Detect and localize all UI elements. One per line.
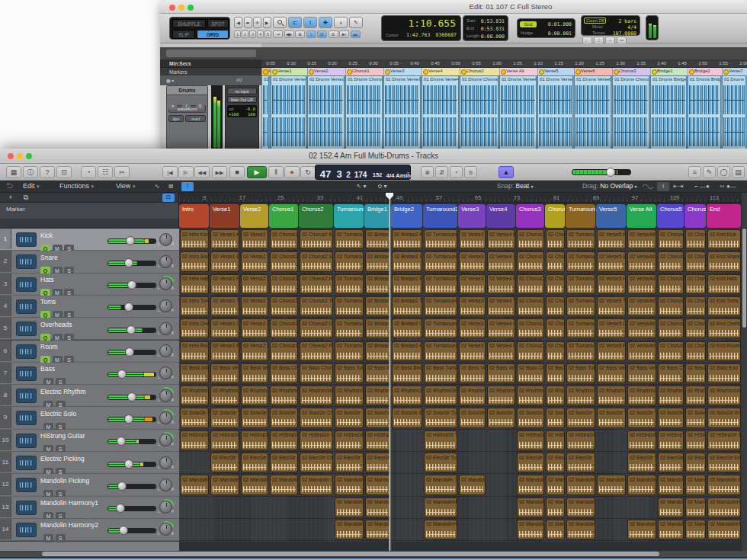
- smart-controls-button[interactable]: ◔: [81, 166, 96, 178]
- pt-marker-verse1[interactable]: Verse1: [271, 68, 307, 75]
- region[interactable]: 02 Chorus6 Kick: [685, 229, 706, 249]
- region[interactable]: 02 SoloGtr Intro: [180, 408, 209, 427]
- region[interactable]: 02 SoloGtr Chorus5: [658, 408, 684, 427]
- region[interactable]: 02 RhythmGtr Bridge1: [365, 386, 390, 405]
- punch-button[interactable]: ⇵: [435, 166, 448, 178]
- track-lane-electric-picking[interactable]: 02 ElecGtr Verse102 ElecGtr Verse202 Ele…: [179, 452, 742, 474]
- region[interactable]: 02 Chorus5 Kick: [658, 229, 684, 249]
- volume-thumb[interactable]: [117, 437, 126, 446]
- region[interactable]: 02 Turnaround2 Snare: [424, 251, 457, 271]
- arrangement-marker-chorus6[interactable]: Chorus6: [684, 204, 706, 228]
- main-counter-value[interactable]: 1:10.655: [408, 18, 456, 29]
- region[interactable]: 02 SoloGtr Bridge2: [392, 408, 422, 427]
- region[interactable]: 02 MandolinH1 Chorus6: [685, 498, 706, 517]
- count-in-button[interactable]: ▲: [499, 166, 514, 178]
- arrangement-marker-verse3[interactable]: Verse3: [458, 204, 486, 228]
- region[interactable]: 02 RhythmGtr Chorus1: [270, 386, 298, 405]
- region[interactable]: 02 Mandolin Chorus6: [685, 475, 706, 494]
- vertical-scrollbar-thumb[interactable]: [742, 229, 746, 328]
- region[interactable]: 02 Chorus4 Kick: [546, 229, 565, 249]
- region[interactable]: 02 End Toms: [707, 296, 741, 316]
- catch-playhead-icon[interactable]: ⊺: [181, 182, 194, 191]
- nav-3-button[interactable]: ▶: [263, 17, 271, 28]
- pan-knob[interactable]: LR: [159, 255, 172, 268]
- track-header-mandolin-harmony1[interactable]: 13Mandolin Harmony1MSLR: [0, 497, 179, 519]
- region[interactable]: 02 HiStrgGtr Verse2: [241, 430, 268, 450]
- master-volume-thumb[interactable]: [606, 168, 615, 177]
- region[interactable]: 02 ElecGtr Chorus1: [270, 453, 298, 472]
- region[interactable]: 02 Verse4 Hats: [487, 274, 515, 294]
- region[interactable]: 02 Bridge2 Toms: [392, 296, 422, 316]
- volume-slider[interactable]: [107, 238, 156, 244]
- region[interactable]: 02 Verse4 Overheads: [487, 318, 515, 338]
- region[interactable]: 02 Verse3 Overheads: [459, 318, 486, 338]
- region[interactable]: 02 Turnaround Kick: [335, 229, 364, 249]
- tracks-area[interactable]: 02 Intro Kick02 Verse1 Kick02 Verse2 Kic…: [179, 229, 742, 542]
- region[interactable]: 02 MandolinH2 Turnaround2: [424, 520, 457, 539]
- automation-icon[interactable]: ∿: [151, 182, 163, 191]
- stop-button[interactable]: ■: [229, 166, 245, 178]
- region[interactable]: 02 ElecGtr Turnaround: [335, 453, 364, 472]
- editors-button[interactable]: ✂: [114, 166, 130, 178]
- close-button[interactable]: [169, 5, 175, 11]
- nav-1-button[interactable]: ⬌: [244, 17, 252, 28]
- nav-0-button[interactable]: ◀: [234, 17, 242, 28]
- play-button[interactable]: ▶: [247, 166, 267, 178]
- vertical-scrollbar[interactable]: [742, 193, 747, 551]
- region[interactable]: 02 Turnaround Toms: [335, 296, 364, 316]
- region[interactable]: 02 Bridge2 Snare: [392, 251, 422, 271]
- region[interactable]: 02 VerseAlt Snare: [627, 251, 656, 271]
- pan-knob[interactable]: LR: [159, 366, 172, 379]
- region[interactable]: 02 ElecGtr Chorus3: [517, 453, 544, 472]
- region[interactable]: 02 RhythmGtr End: [707, 386, 741, 405]
- region[interactable]: 02 SoloGtr Verse1: [210, 408, 239, 427]
- pt-marker-chorus1[interactable]: Chorus1: [345, 68, 383, 75]
- region[interactable]: 02 Turnaround Overheads: [566, 318, 595, 338]
- region[interactable]: 02 Turnaround2 Room: [424, 341, 457, 361]
- region[interactable]: 02 Verse2 Snare: [241, 251, 268, 271]
- region[interactable]: 02 RhythmGtr Verse5: [597, 386, 626, 405]
- region[interactable]: 02 VerseAlt Hats: [627, 274, 656, 294]
- track-lane-mandolin-picking[interactable]: 02 Mandolin Intro02 Mandolin Verse102 Ma…: [179, 474, 742, 496]
- region[interactable]: 02 Verse2 Kick: [241, 229, 268, 249]
- track-header-config-button[interactable]: ⊡: [162, 194, 175, 202]
- mute-button[interactable]: M: [43, 534, 53, 542]
- region[interactable]: 02 Chorus5 Toms: [658, 296, 684, 316]
- scrubber-tool[interactable]: ◖: [334, 17, 348, 28]
- region[interactable]: 02 End Snare: [707, 251, 741, 271]
- region[interactable]: 02 Verse1 Kick: [210, 229, 239, 249]
- region[interactable]: 02 Bridge1 Toms: [365, 296, 390, 316]
- zoom-preset-5-button[interactable]: 5: [264, 30, 271, 38]
- pt-region[interactable]: 01 Drums Verse6: [574, 75, 611, 149]
- close-button[interactable]: [8, 153, 14, 159]
- volume-slider[interactable]: [107, 305, 156, 310]
- nav-2-button[interactable]: ✛: [253, 17, 261, 28]
- region[interactable]: 02 Verse5 Kick: [597, 229, 626, 249]
- region[interactable]: 02 ElecGtr Bridge1: [365, 453, 390, 472]
- region[interactable]: 02 Chorus6 Snare: [685, 251, 706, 271]
- region[interactable]: 02 ElecGtr Chorus5: [658, 453, 684, 472]
- track-lane-mandolin-harmony1[interactable]: 02 MandolinH1 Turnaround02 MandolinH1 Br…: [179, 497, 742, 519]
- volume-slider[interactable]: [107, 528, 156, 533]
- region[interactable]: 02 Turnaround Overheads: [335, 318, 364, 338]
- region[interactable]: 02 HiStrgGtr Chorus1: [270, 430, 298, 450]
- region[interactable]: 02 Bass Chorus6: [685, 363, 706, 383]
- markers-ruler-name[interactable]: Markers: [160, 68, 261, 75]
- arrangement-marker-verse5[interactable]: Verse5: [596, 204, 626, 228]
- trim-tool[interactable]: ⊏: [288, 17, 302, 28]
- region[interactable]: 02 HiStrgGtr Chorus5: [658, 430, 684, 450]
- track-header-toms[interactable]: 4TomsQMSLR: [0, 296, 179, 318]
- meter-value[interactable]: 4/4: [627, 24, 636, 30]
- region[interactable]: 02 MandolinH1 Turnaround: [335, 498, 364, 517]
- region[interactable]: 02 RhythmGtr Chorus4: [546, 386, 565, 405]
- volume-thumb[interactable]: [124, 258, 133, 267]
- region[interactable]: 02 Chorus2 Room: [300, 341, 333, 361]
- pt-region[interactable]: 01 Drums Verse7: [722, 75, 746, 149]
- horizontal-zoom-slider[interactable]: ⇿ ●—: [717, 182, 739, 191]
- solo-button[interactable]: S: [464, 166, 477, 178]
- vol-value[interactable]: -6.0: [245, 107, 255, 111]
- region[interactable]: 02 Bass Verse1: [210, 363, 239, 383]
- region[interactable]: 02 Chorus1 Snare: [270, 251, 298, 271]
- grid-value[interactable]: 0:01.000: [548, 21, 572, 27]
- pt-marker-bridge1[interactable]: Bridge1: [650, 68, 688, 75]
